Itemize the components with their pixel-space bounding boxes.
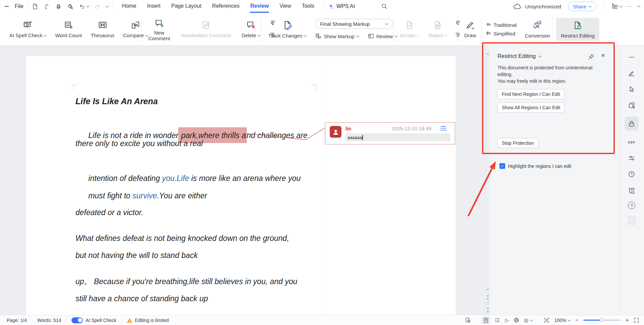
share-button[interactable]: Share: [568, 2, 596, 11]
review-pane-button[interactable]: Review: [368, 33, 397, 40]
chevron-down-icon: [44, 33, 47, 37]
delete-comment-button[interactable]: Delete: [239, 20, 262, 38]
chevron-down-icon: [568, 318, 571, 321]
tab-insert[interactable]: Insert: [142, 0, 166, 13]
comment-card[interactable]: lin 2025-12-10 19:49 aaaaaa: [325, 122, 455, 144]
chevron-down-icon: [444, 33, 447, 37]
add-to-toolbar-button[interactable]: [611, 3, 622, 9]
next-page-icon[interactable]: ▼▼: [486, 307, 490, 313]
more-options-button[interactable]: ···: [626, 3, 632, 10]
navigation-outline-icon[interactable]: [625, 186, 638, 195]
to-traditional-button[interactable]: Traditional: [486, 22, 517, 28]
word-count-indicator[interactable]: Words: 514: [37, 318, 61, 323]
collapse-pane-icon[interactable]: —: [625, 52, 638, 62]
fullscreen-icon[interactable]: [634, 317, 639, 323]
panel-description-line1: This document is protected from unintent…: [497, 65, 592, 70]
vertical-scrollbar[interactable]: ▲ ▼ ▲▲ □ ▼▼: [485, 46, 490, 315]
tab-page-layout[interactable]: Page Layout: [166, 0, 207, 13]
save-icon[interactable]: [32, 3, 38, 10]
zoom-in-button[interactable]: +: [626, 317, 629, 323]
reading-history-icon[interactable]: [465, 317, 471, 323]
doc-text: intention of defeating: [88, 174, 162, 183]
conversion-button[interactable]: Conversion: [523, 20, 552, 39]
handwritten-comment-label: Handwritten Comment: [181, 32, 231, 38]
collapse-ribbon-button[interactable]: [637, 5, 641, 9]
tab-references[interactable]: References: [207, 0, 245, 13]
history-icon[interactable]: [625, 170, 638, 179]
zoom-slider[interactable]: [583, 320, 621, 321]
web-view-icon[interactable]: [514, 317, 519, 323]
track-changes-button[interactable]: Track Changes: [266, 20, 308, 39]
main-menu-icon[interactable]: [4, 4, 9, 8]
document-workspace: Life Is Like An Arena Life is not a ride…: [0, 46, 490, 315]
doc-text: .You are either: [157, 191, 207, 200]
browse-object-icon[interactable]: □: [486, 302, 490, 305]
next-change-icon[interactable]: [454, 31, 462, 39]
markup-mode-dropdown[interactable]: Final Showing Markup: [315, 19, 393, 29]
eye-protection-button[interactable]: ◎: [524, 318, 533, 323]
print-preview-icon[interactable]: [67, 3, 73, 10]
tab-tools[interactable]: Tools: [297, 0, 320, 13]
comment-text-input[interactable]: aaaaaa: [345, 133, 450, 141]
word-count-button[interactable]: 12 Word Count: [53, 20, 84, 38]
restrict-editing-button[interactable]: Restrict Editing: [556, 18, 599, 41]
restrict-editing-pane-icon[interactable]: [625, 117, 639, 131]
tab-review[interactable]: Review: [245, 0, 274, 13]
undo-button[interactable]: [79, 3, 89, 10]
stop-protection-button[interactable]: Stop Protection: [497, 138, 538, 148]
print-icon[interactable]: [55, 3, 62, 10]
options-sliders-icon[interactable]: [625, 153, 638, 163]
select-cursor-icon[interactable]: [625, 84, 638, 94]
tab-view[interactable]: View: [274, 0, 296, 13]
highlight-regions-checkbox[interactable]: ✓: [499, 163, 505, 169]
undo-chevron-icon[interactable]: [86, 4, 89, 8]
help-icon[interactable]: ?: [628, 202, 635, 209]
delete-comment-icon: [246, 20, 256, 30]
zoom-slider-knob[interactable]: [600, 318, 604, 322]
scroll-up-icon[interactable]: ▲: [486, 52, 490, 55]
quickbar-more-icon[interactable]: [105, 4, 109, 8]
play-view-icon[interactable]: ▷: [505, 318, 509, 323]
compare-icon: [130, 20, 141, 30]
panel-title-button[interactable]: Restrict Editing: [497, 53, 541, 60]
word-count-icon: 12: [63, 20, 73, 30]
annotate-pen-icon[interactable]: [625, 68, 638, 78]
file-menu[interactable]: File: [15, 3, 23, 9]
restrict-editing-icon: [573, 20, 583, 30]
wps-ai-button[interactable]: WPS AI: [328, 3, 355, 9]
fit-page-icon[interactable]: [544, 317, 549, 323]
tab-strip: Home Insert Page Layout References Revie…: [117, 0, 320, 13]
ai-spell-check-toggle[interactable]: [71, 317, 83, 323]
show-markup-button[interactable]: Show Markup: [315, 33, 359, 40]
zoom-level-button[interactable]: 100%: [554, 318, 571, 323]
close-panel-icon[interactable]: ×: [601, 52, 605, 59]
page-view-icon[interactable]: [482, 317, 490, 324]
compare-button[interactable]: Compare: [121, 20, 150, 38]
ai-spell-check-label: AI Spell Check: [9, 32, 42, 38]
thesaurus-button[interactable]: Thesaurus: [89, 20, 116, 38]
field-codes-icon[interactable]: </>: [625, 137, 638, 147]
find-next-region-button[interactable]: Find Next Region I Can Edit: [497, 89, 565, 99]
apps-grid-icon[interactable]: [625, 216, 638, 225]
previous-change-icon[interactable]: [454, 19, 462, 27]
search-icon[interactable]: [381, 3, 388, 10]
svg-text:ABC: ABC: [25, 22, 30, 25]
draw-icon: [465, 20, 475, 30]
export-icon[interactable]: [44, 3, 50, 10]
to-simplified-button[interactable]: Simplified: [486, 31, 517, 37]
new-comment-button[interactable]: New Comment: [146, 18, 172, 40]
thesaurus-label: Thesaurus: [91, 32, 114, 38]
outline-view-icon[interactable]: [495, 317, 500, 323]
draw-button[interactable]: Draw: [462, 20, 478, 38]
clear-formatting-icon[interactable]: [625, 101, 638, 110]
comment-menu-icon[interactable]: [439, 125, 447, 132]
pin-panel-icon[interactable]: [588, 54, 594, 60]
scroll-down-icon[interactable]: ▼: [486, 288, 490, 291]
sync-status-icon[interactable]: [513, 3, 522, 10]
page-indicator[interactable]: Page: 1/4: [7, 318, 27, 323]
show-all-regions-button[interactable]: Show All Regions I Can Edit: [497, 103, 565, 113]
tab-home[interactable]: Home: [117, 0, 142, 13]
previous-page-icon[interactable]: ▲▲: [486, 294, 490, 300]
ai-spell-check-button[interactable]: ABC AI Spell Check: [7, 20, 48, 38]
zoom-out-button[interactable]: −: [575, 317, 579, 323]
